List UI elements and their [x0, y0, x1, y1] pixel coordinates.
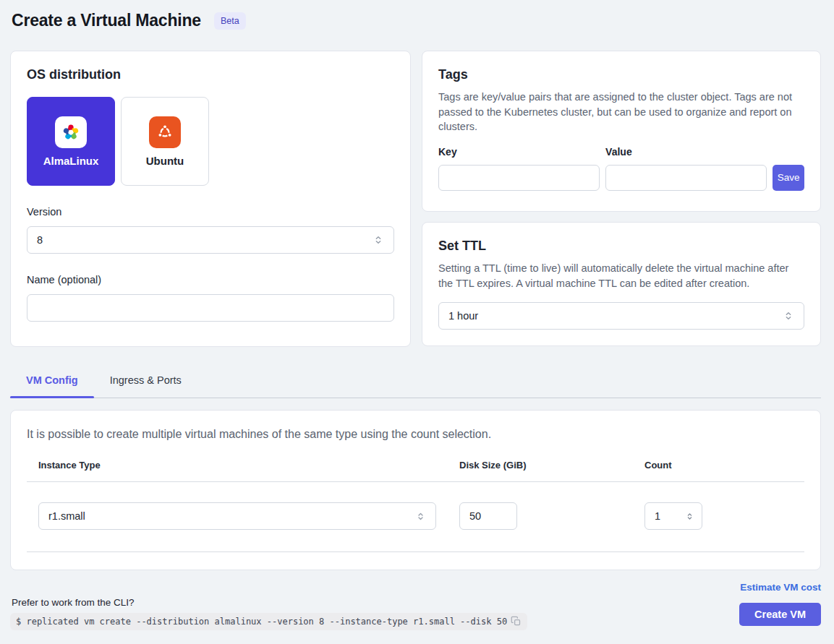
page-title: Create a Virtual Machine [12, 11, 201, 30]
tags-form: Key Value Save [438, 146, 804, 191]
version-select-value: 8 [37, 234, 43, 246]
ttl-card-title: Set TTL [438, 239, 804, 254]
copy-icon[interactable] [511, 616, 522, 627]
page: Create a Virtual Machine Beta OS distrib… [0, 0, 834, 644]
tags-card-title: Tags [438, 67, 804, 82]
tab-ingress-ports[interactable]: Ingress & Ports [94, 370, 197, 398]
beta-badge: Beta [214, 12, 246, 30]
os-option-label: AlmaLinux [43, 155, 99, 167]
tab-bar: VM Config Ingress & Ports [10, 370, 821, 398]
tag-key-input[interactable] [438, 165, 600, 191]
vm-table: Instance Type Disk Size (GiB) Count r1.s… [27, 460, 804, 552]
tags-description: Tags are key/value pairs that are assign… [438, 90, 804, 134]
tag-key-label: Key [438, 146, 600, 158]
os-card-title: OS distribution [27, 67, 394, 82]
ttl-select-value: 1 hour [448, 310, 478, 322]
cli-command-box: $ replicated vm create --distribution al… [10, 613, 527, 630]
right-column: Tags Tags are key/value pairs that are a… [422, 51, 821, 346]
ttl-description: Setting a TTL (time to live) will automa… [438, 261, 804, 291]
vm-table-header: Instance Type Disk Size (GiB) Count [27, 460, 804, 482]
stepper-arrows-icon[interactable] [685, 512, 694, 521]
chevron-updown-icon [373, 234, 384, 246]
os-option-ubuntu[interactable]: Ubuntu [121, 97, 209, 186]
tab-vm-config[interactable]: VM Config [10, 370, 94, 398]
disk-size-input[interactable] [459, 502, 517, 530]
os-distribution-card: OS distribution AlmaLinux [10, 51, 411, 347]
footer-actions: Estimate VM cost Create VM [739, 582, 821, 626]
column-instance-type: Instance Type [38, 460, 459, 471]
page-header: Create a Virtual Machine Beta [12, 11, 821, 30]
cli-command-text: $ replicated vm create --distribution al… [16, 617, 507, 627]
instance-type-select[interactable]: r1.small [38, 502, 436, 530]
column-disk-size: Disk Size (GiB) [459, 460, 644, 471]
column-count: Count [644, 460, 804, 471]
os-option-almalinux[interactable]: AlmaLinux [27, 97, 115, 186]
vm-name-label: Name (optional) [27, 274, 394, 285]
tag-key-group: Key [438, 146, 600, 191]
set-ttl-card: Set TTL Setting a TTL (time to live) wil… [422, 222, 821, 346]
tag-value-group: Value [605, 146, 767, 191]
vm-table-row: r1.small 1 [27, 482, 804, 552]
count-value: 1 [655, 510, 660, 522]
almalinux-logo-icon [55, 116, 87, 148]
vm-config-note: It is possible to create multiple virtua… [27, 428, 804, 441]
top-cards: OS distribution AlmaLinux [10, 51, 821, 347]
footer: Prefer to work from the CLI? $ replicate… [10, 582, 821, 630]
vm-config-card: It is possible to create multiple virtua… [10, 410, 821, 570]
instance-type-value: r1.small [48, 510, 85, 522]
version-select[interactable]: 8 [27, 226, 394, 254]
tag-value-label: Value [605, 146, 767, 158]
cli-section: Prefer to work from the CLI? $ replicate… [10, 597, 527, 630]
vm-name-input[interactable] [27, 294, 394, 322]
version-label: Version [27, 206, 394, 218]
os-options: AlmaLinux Ubuntu [27, 97, 394, 186]
tags-card: Tags Tags are key/value pairs that are a… [422, 51, 821, 212]
create-vm-button[interactable]: Create VM [739, 603, 821, 626]
chevron-updown-icon [783, 310, 794, 322]
count-stepper[interactable]: 1 [644, 502, 702, 530]
tag-value-input[interactable] [605, 165, 767, 191]
chevron-updown-icon [415, 511, 426, 522]
ubuntu-logo-icon [149, 116, 181, 148]
cli-prompt-label: Prefer to work from the CLI? [12, 597, 527, 608]
save-tag-button[interactable]: Save [773, 165, 804, 191]
estimate-vm-cost-link[interactable]: Estimate VM cost [740, 582, 821, 593]
ttl-select[interactable]: 1 hour [438, 302, 804, 330]
os-option-label: Ubuntu [146, 155, 184, 167]
